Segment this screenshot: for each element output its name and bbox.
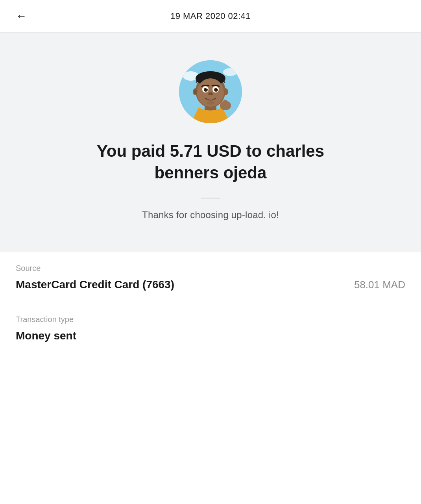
thank-you-text: Thanks for choosing up-load. io! <box>142 209 279 220</box>
header-date: 19 MAR 2020 02:41 <box>170 11 251 21</box>
svg-point-16 <box>207 88 208 89</box>
transaction-type-label: Transaction type <box>16 315 405 324</box>
svg-rect-23 <box>223 100 227 107</box>
svg-point-19 <box>209 93 210 95</box>
source-card-name: MasterCard Credit Card (7663) <box>16 278 174 291</box>
hero-section: You paid 5.71 USD to charles benners oje… <box>0 33 421 252</box>
payment-title: You paid 5.71 USD to charles benners oje… <box>73 141 348 183</box>
header: ← 19 MAR 2020 02:41 <box>0 0 421 33</box>
svg-point-17 <box>217 88 218 89</box>
svg-rect-24 <box>227 103 230 108</box>
transaction-type-value: Money sent <box>16 330 405 342</box>
details-section: Source MasterCard Credit Card (7663) 58.… <box>0 252 421 354</box>
avatar <box>179 60 242 123</box>
back-button[interactable]: ← <box>16 11 27 22</box>
svg-point-21 <box>207 101 214 105</box>
transaction-type-row: Transaction type Money sent <box>16 303 405 354</box>
hero-divider <box>201 198 220 198</box>
source-value-row: MasterCard Credit Card (7663) 58.01 MAD <box>16 278 405 291</box>
source-amount: 58.01 MAD <box>354 279 405 291</box>
svg-point-2 <box>223 68 237 76</box>
source-row: Source MasterCard Credit Card (7663) 58.… <box>16 252 405 303</box>
source-label: Source <box>16 264 405 273</box>
svg-point-8 <box>194 89 197 94</box>
svg-point-20 <box>211 93 213 95</box>
